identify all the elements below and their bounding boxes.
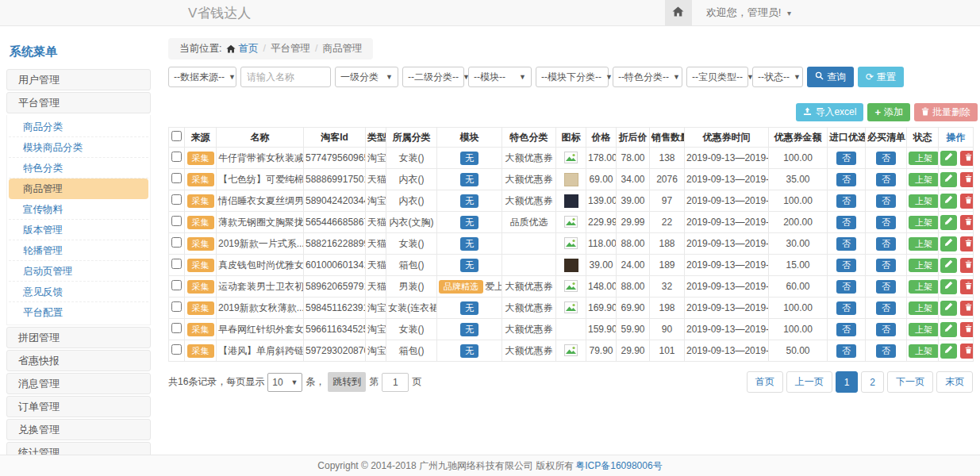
page-size-select[interactable]: 10▼	[267, 373, 302, 392]
status-toggle[interactable]: 上架	[909, 344, 939, 358]
sidebar-item[interactable]: 兑换管理	[6, 419, 151, 440]
import-select-toggle[interactable]: 否	[836, 237, 856, 251]
jump-button[interactable]: 跳转到	[328, 372, 366, 392]
batch-delete-button[interactable]: 批量删除	[914, 103, 978, 121]
import-select-toggle[interactable]: 否	[836, 323, 856, 336]
edit-button[interactable]	[940, 215, 957, 230]
row-checkbox[interactable]	[171, 173, 182, 183]
sidebar-item[interactable]: 消息管理	[6, 373, 151, 394]
row-checkbox[interactable]	[171, 194, 182, 205]
delete-button[interactable]	[960, 279, 974, 294]
filter-module-sub-select[interactable]: --模块下分类--▼	[536, 67, 609, 87]
reset-button[interactable]: ⟳重置	[858, 67, 904, 87]
status-toggle[interactable]: 上架	[909, 237, 939, 251]
must-buy-toggle[interactable]: 否	[876, 152, 896, 165]
status-toggle[interactable]: 上架	[909, 323, 939, 336]
must-buy-toggle[interactable]: 否	[876, 301, 896, 315]
delete-button[interactable]	[960, 172, 974, 187]
row-checkbox[interactable]	[171, 301, 182, 312]
sidebar-subitem[interactable]: 模块商品分类	[9, 137, 148, 158]
must-buy-toggle[interactable]: 否	[876, 344, 896, 358]
status-toggle[interactable]: 上架	[909, 259, 939, 272]
search-button[interactable]: 查询	[807, 67, 854, 87]
sidebar-subitem[interactable]: 宣传物料	[9, 199, 148, 220]
edit-button[interactable]	[940, 301, 957, 316]
edit-button[interactable]	[940, 151, 957, 166]
select-all-checkbox[interactable]	[171, 131, 182, 141]
import-select-toggle[interactable]: 否	[836, 301, 856, 315]
row-checkbox[interactable]	[171, 237, 182, 248]
edit-button[interactable]	[940, 258, 957, 273]
icp-link[interactable]: 粤ICP备16098006号	[575, 459, 662, 473]
jump-page-input[interactable]	[382, 373, 409, 392]
row-checkbox[interactable]	[171, 259, 182, 269]
import-select-toggle[interactable]: 否	[836, 194, 856, 208]
sidebar-subitem[interactable]: 版本管理	[9, 220, 148, 240]
sidebar-subitem[interactable]: 商品管理	[9, 178, 148, 199]
user-menu[interactable]: 欢迎您，管理员! ▾	[706, 6, 791, 20]
filter-item-type-select[interactable]: --宝贝类型--▼	[686, 67, 748, 87]
page-next-button[interactable]: 下一页	[887, 371, 933, 393]
edit-button[interactable]	[940, 322, 957, 337]
must-buy-toggle[interactable]: 否	[876, 216, 896, 229]
page-prev-button[interactable]: 上一页	[786, 371, 832, 393]
import-select-toggle[interactable]: 否	[836, 152, 856, 165]
breadcrumb-home-link[interactable]: 首页	[238, 43, 258, 54]
edit-button[interactable]	[940, 236, 957, 251]
page-button[interactable]: 1	[836, 371, 859, 393]
sidebar-subitem[interactable]: 特色分类	[9, 158, 148, 178]
sidebar-subitem[interactable]: 平台配置	[9, 302, 148, 323]
delete-button[interactable]	[960, 322, 974, 337]
status-toggle[interactable]: 上架	[909, 194, 939, 208]
must-buy-toggle[interactable]: 否	[876, 323, 896, 336]
filter-feature-category-select[interactable]: --特色分类--▼	[613, 67, 682, 87]
delete-button[interactable]	[960, 194, 974, 209]
import-excel-button[interactable]: 导入excel	[796, 103, 863, 121]
delete-button[interactable]	[960, 301, 974, 316]
import-select-toggle[interactable]: 否	[836, 173, 856, 186]
delete-button[interactable]	[960, 151, 974, 166]
edit-button[interactable]	[940, 194, 957, 209]
must-buy-toggle[interactable]: 否	[876, 280, 896, 294]
page-last-button[interactable]: 末页	[936, 371, 973, 393]
delete-button[interactable]	[960, 215, 974, 230]
status-toggle[interactable]: 上架	[909, 152, 939, 165]
filter-level1-category-select[interactable]: 一级分类▼	[335, 67, 398, 87]
home-button[interactable]	[665, 0, 692, 25]
row-checkbox[interactable]	[171, 280, 182, 290]
edit-button[interactable]	[940, 172, 957, 187]
sidebar-subitem[interactable]: 启动页管理	[9, 261, 148, 282]
delete-button[interactable]	[960, 258, 974, 273]
filter-level2-category-select[interactable]: --二级分类--▼	[402, 67, 464, 87]
sidebar-item[interactable]: 订单管理	[6, 396, 151, 417]
add-button[interactable]: +添加	[867, 103, 910, 121]
must-buy-toggle[interactable]: 否	[876, 194, 896, 208]
sidebar-subitem[interactable]: 商品分类	[9, 117, 148, 137]
row-checkbox[interactable]	[171, 323, 182, 333]
status-toggle[interactable]: 上架	[909, 301, 939, 315]
delete-button[interactable]	[960, 344, 974, 359]
sidebar-subitem[interactable]: 轮播管理	[9, 240, 148, 261]
sidebar-item-platform-mgmt[interactable]: 平台管理	[6, 92, 151, 113]
status-toggle[interactable]: 上架	[909, 173, 939, 186]
must-buy-toggle[interactable]: 否	[876, 173, 896, 186]
row-checkbox[interactable]	[171, 216, 182, 226]
sidebar-item[interactable]: 省惠快报	[6, 350, 151, 371]
sidebar-item-user-mgmt[interactable]: 用户管理	[6, 69, 151, 90]
sidebar-subitem[interactable]: 意见反馈	[9, 282, 148, 302]
import-select-toggle[interactable]: 否	[836, 344, 856, 358]
filter-data-source-select[interactable]: --数据来源--▼	[168, 67, 236, 87]
status-toggle[interactable]: 上架	[909, 280, 939, 294]
edit-button[interactable]	[940, 279, 957, 294]
must-buy-toggle[interactable]: 否	[876, 237, 896, 251]
page-button[interactable]: 2	[861, 371, 884, 393]
must-buy-toggle[interactable]: 否	[876, 259, 896, 272]
import-select-toggle[interactable]: 否	[836, 259, 856, 272]
page-first-button[interactable]: 首页	[747, 371, 783, 393]
row-checkbox[interactable]	[171, 344, 182, 355]
sidebar-item[interactable]: 拼团管理	[6, 327, 151, 348]
row-checkbox[interactable]	[171, 152, 182, 162]
import-select-toggle[interactable]: 否	[836, 280, 856, 294]
name-search-input[interactable]	[240, 67, 331, 87]
filter-status-select[interactable]: --状态--▼	[752, 67, 803, 87]
